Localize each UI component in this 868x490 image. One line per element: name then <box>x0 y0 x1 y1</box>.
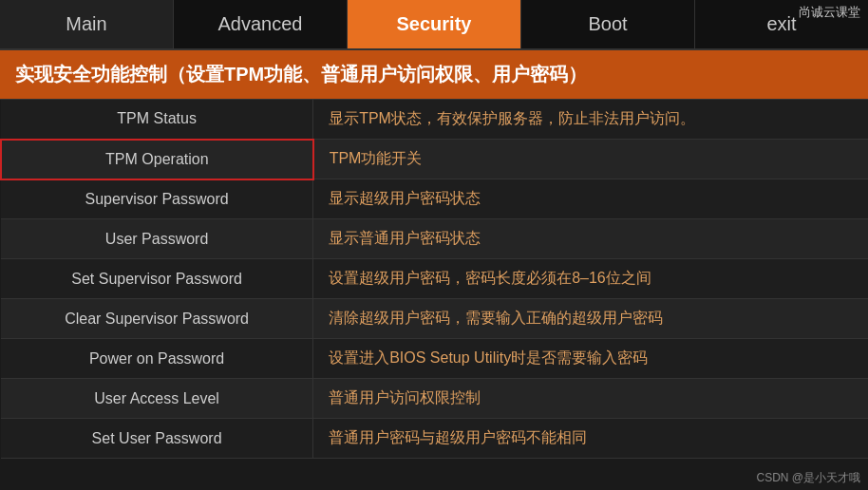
row-right-8: 普通用户密码与超级用户密码不能相同 <box>313 419 868 459</box>
row-right-7: 普通用户访问权限控制 <box>313 379 868 419</box>
security-table: TPM Status显示TPM状态，有效保护服务器，防止非法用户访问。TPM O… <box>0 100 868 459</box>
nav-tab-boot[interactable]: Boot <box>521 0 695 48</box>
table-row: TPM Status显示TPM状态，有效保护服务器，防止非法用户访问。 <box>1 100 868 140</box>
table-row: User Password显示普通用户密码状态 <box>1 219 868 259</box>
table-row: Clear Supervisor Password清除超级用户密码，需要输入正确… <box>1 299 868 339</box>
row-left-2: Supervisor Password <box>1 179 313 219</box>
row-left-8: Set User Password <box>1 419 313 459</box>
row-right-3: 显示普通用户密码状态 <box>313 219 868 259</box>
row-right-5: 清除超级用户密码，需要输入正确的超级用户密码 <box>313 299 868 339</box>
row-left-5: Clear Supervisor Password <box>1 299 313 339</box>
row-left-4: Set Supervisor Password <box>1 259 313 299</box>
table-row: User Access Level普通用户访问权限控制 <box>1 379 868 419</box>
row-right-0: 显示TPM状态，有效保护服务器，防止非法用户访问。 <box>313 100 868 140</box>
table-row: Power on Password设置进入BIOS Setup Utility时… <box>1 339 868 379</box>
row-right-2: 显示超级用户密码状态 <box>313 179 868 219</box>
banner: 实现安全功能控制（设置TPM功能、普通用户访问权限、用户密码） <box>0 50 868 100</box>
row-left-3: User Password <box>1 219 313 259</box>
table-row: Supervisor Password显示超级用户密码状态 <box>1 179 868 219</box>
row-left-1[interactable]: TPM Operation <box>1 140 313 179</box>
row-right-1: TPM功能开关 <box>313 140 868 179</box>
table-row: Set User Password普通用户密码与超级用户密码不能相同 <box>1 419 868 459</box>
row-left-7: User Access Level <box>1 379 313 419</box>
table-row: TPM OperationTPM功能开关 <box>1 140 868 179</box>
row-left-6: Power on Password <box>1 339 313 379</box>
row-right-4: 设置超级用户密码，密码长度必须在8–16位之间 <box>313 259 868 299</box>
nav-tab-main[interactable]: Main <box>0 0 174 48</box>
nav-tab-security[interactable]: Security <box>348 0 521 48</box>
row-right-6: 设置进入BIOS Setup Utility时是否需要输入密码 <box>313 339 868 379</box>
nav-tabs: MainAdvancedSecurityBootexit <box>0 0 868 50</box>
watermark-top: 尚诚云课堂 <box>799 4 860 21</box>
watermark-bottom: CSDN @是小天才哦 <box>756 470 860 486</box>
nav-tab-advanced[interactable]: Advanced <box>174 0 348 48</box>
table-row: Set Supervisor Password设置超级用户密码，密码长度必须在8… <box>1 259 868 299</box>
row-left-0: TPM Status <box>1 100 313 140</box>
